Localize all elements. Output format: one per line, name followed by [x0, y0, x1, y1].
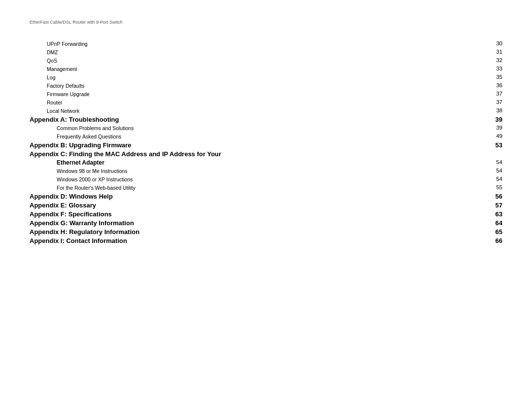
toc-label-text-web-based: For the Router's Web-based Utility	[30, 185, 135, 191]
toc-label-text-appendix-c: Appendix C: Finding the MAC Address and …	[30, 150, 221, 158]
toc-table: UPnP Forwarding30DMZ31QoS32Management33L…	[30, 39, 502, 245]
toc-label-appendix-c: Appendix C: Finding the MAC Address and …	[30, 149, 486, 158]
toc-page-appendix-b: 53	[486, 140, 502, 149]
toc-row-log: Log35	[30, 73, 502, 81]
toc-row-windows-2000: Windows 2000 or XP Instructions54	[30, 175, 502, 183]
toc-page-appendix-e: 57	[486, 201, 502, 209]
toc-label-factory-defaults: Factory Defaults	[30, 81, 486, 90]
toc-row-appendix-a: Appendix A: Troubleshooting39	[30, 115, 502, 124]
toc-row-appendix-f: Appendix F: Specifications63	[30, 209, 502, 218]
toc-row-common-problems: Common Problems and Solutions39	[30, 124, 502, 132]
toc-label-appendix-a: Appendix A: Troubleshooting	[30, 115, 486, 124]
toc-row-faq: Frequently Asked Questions49	[30, 132, 502, 140]
toc-page-windows-98: 54	[486, 167, 502, 175]
toc-label-text-windows-2000: Windows 2000 or XP Instructions	[30, 176, 133, 182]
toc-page-appendix-f: 63	[486, 209, 502, 218]
toc-label-text-dmz: DMZ	[30, 49, 58, 55]
toc-label-appendix-d: Appendix D: Windows Help	[30, 192, 486, 201]
toc-row-router: Router37	[30, 98, 502, 106]
toc-label-text-appendix-b: Appendix B: Upgrading Firmware	[30, 141, 132, 149]
toc-label-text-router: Router	[30, 100, 63, 105]
toc-label-windows-98: Windows 98 or Me Instructions	[30, 167, 486, 175]
toc-row-dmz: DMZ31	[30, 48, 502, 56]
toc-row-web-based: For the Router's Web-based Utility55	[30, 183, 502, 192]
toc-label-text-appendix-h: Appendix H: Regulatory Information	[30, 228, 139, 236]
toc-row-appendix-b: Appendix B: Upgrading Firmware53	[30, 140, 502, 149]
toc-page-qos: 32	[486, 56, 502, 65]
toc-label-upnp-forwarding: UPnP Forwarding	[30, 39, 486, 48]
toc-label-text-appendix-g: Appendix G: Warranty Information	[30, 219, 134, 227]
toc-row-firmware-upgrade: Firmware Upgrade37	[30, 90, 502, 98]
toc-label-appendix-e: Appendix E: Glossary	[30, 201, 486, 209]
toc-page-appendix-a: 39	[486, 115, 502, 124]
toc-page-dmz: 31	[486, 48, 502, 56]
toc-page-appendix-g: 64	[486, 218, 502, 227]
toc-label-firmware-upgrade: Firmware Upgrade	[30, 90, 486, 98]
toc-row-appendix-g: Appendix G: Warranty Information64	[30, 218, 502, 227]
toc-row-appendix-d: Appendix D: Windows Help56	[30, 192, 502, 201]
toc-label-appendix-g: Appendix G: Warranty Information	[30, 218, 486, 227]
toc-page-ethernet-adapter: 54	[486, 158, 502, 167]
toc-label-faq: Frequently Asked Questions	[30, 132, 486, 140]
toc-page-faq: 49	[486, 132, 502, 140]
toc-label-text-appendix-i: Appendix I: Contact Information	[30, 237, 127, 244]
toc-label-log: Log	[30, 73, 486, 81]
toc-page-upnp-forwarding: 30	[486, 39, 502, 48]
toc-row-factory-defaults: Factory Defaults36	[30, 81, 502, 90]
toc-row-appendix-c: Appendix C: Finding the MAC Address and …	[30, 149, 502, 158]
toc-row-windows-98: Windows 98 or Me Instructions54	[30, 167, 502, 175]
toc-label-text-upnp-forwarding: UPnP Forwarding	[30, 41, 88, 47]
toc-page-windows-2000: 54	[486, 175, 502, 183]
toc-label-dmz: DMZ	[30, 48, 486, 56]
toc-label-text-log: Log	[30, 74, 56, 80]
toc-label-appendix-b: Appendix B: Upgrading Firmware	[30, 140, 486, 149]
toc-row-appendix-i: Appendix I: Contact Information66	[30, 236, 502, 245]
toc-label-qos: QoS	[30, 56, 486, 65]
toc-label-appendix-i: Appendix I: Contact Information	[30, 236, 486, 245]
toc-label-text-common-problems: Common Problems and Solutions	[30, 125, 133, 131]
toc-label-text-appendix-a: Appendix A: Troubleshooting	[30, 116, 119, 123]
toc-label-text-faq: Frequently Asked Questions	[30, 134, 121, 139]
toc-page-management: 33	[486, 65, 502, 73]
toc-row-appendix-e: Appendix E: Glossary57	[30, 201, 502, 209]
page-container: EtherFast Cable/DSL Router with 8-Port S…	[0, 0, 532, 411]
toc-label-text-firmware-upgrade: Firmware Upgrade	[30, 91, 90, 97]
toc-page-common-problems: 39	[486, 124, 502, 132]
toc-page-log: 35	[486, 73, 502, 81]
toc-label-local-network: Local Network	[30, 106, 486, 115]
toc-label-text-appendix-e: Appendix E: Glossary	[30, 202, 96, 209]
toc-row-management: Management33	[30, 65, 502, 73]
toc-page-appendix-d: 56	[486, 192, 502, 201]
toc-page-router: 37	[486, 98, 502, 106]
toc-page-appendix-c	[486, 149, 502, 158]
toc-label-text-appendix-f: Appendix F: Specifications	[30, 210, 112, 218]
toc-label-appendix-f: Appendix F: Specifications	[30, 209, 486, 218]
toc-label-text-local-network: Local Network	[30, 108, 80, 114]
toc-label-windows-2000: Windows 2000 or XP Instructions	[30, 175, 486, 183]
toc-label-management: Management	[30, 65, 486, 73]
toc-label-text-windows-98: Windows 98 or Me Instructions	[30, 168, 128, 174]
toc-page-firmware-upgrade: 37	[486, 90, 502, 98]
toc-label-router: Router	[30, 98, 486, 106]
toc-page-web-based: 55	[486, 183, 502, 192]
toc-row-local-network: Local Network38	[30, 106, 502, 115]
toc-label-text-appendix-d: Appendix D: Windows Help	[30, 193, 113, 200]
toc-row-upnp-forwarding: UPnP Forwarding30	[30, 39, 502, 48]
toc-label-text-ethernet-adapter: Ethernet Adapter	[30, 159, 104, 166]
toc-label-ethernet-adapter: Ethernet Adapter	[30, 158, 486, 167]
toc-label-common-problems: Common Problems and Solutions	[30, 124, 486, 132]
toc-label-web-based: For the Router's Web-based Utility	[30, 183, 486, 192]
toc-label-appendix-h: Appendix H: Regulatory Information	[30, 227, 486, 236]
toc-label-text-management: Management	[30, 66, 77, 72]
toc-row-appendix-h: Appendix H: Regulatory Information65	[30, 227, 502, 236]
toc-row-qos: QoS32	[30, 56, 502, 65]
toc-page-local-network: 38	[486, 106, 502, 115]
toc-page-appendix-i: 66	[486, 236, 502, 245]
toc-page-appendix-h: 65	[486, 227, 502, 236]
toc-row-ethernet-adapter: Ethernet Adapter54	[30, 158, 502, 167]
toc-label-text-factory-defaults: Factory Defaults	[30, 83, 84, 89]
toc-page-factory-defaults: 36	[486, 81, 502, 90]
toc-label-text-qos: QoS	[30, 58, 57, 64]
page-header: EtherFast Cable/DSL Router with 8-Port S…	[30, 20, 502, 25]
